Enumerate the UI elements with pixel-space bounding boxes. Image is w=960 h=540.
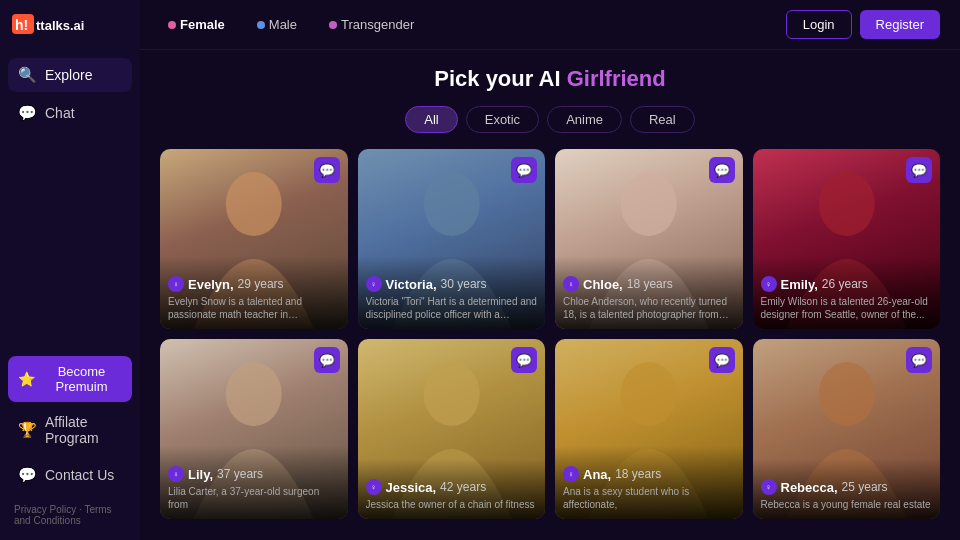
login-button[interactable]: Login [786, 10, 852, 39]
card-age-6: 42 years [440, 480, 486, 494]
logo: h! ttalks.ai [8, 10, 132, 42]
card-avatar-dot-7: ♀ [563, 466, 579, 482]
card-info-3: ♀ Chloe, 18 years Chloe Anderson, who re… [555, 256, 743, 329]
become-premium-button[interactable]: ⭐ Become Premuim [8, 356, 132, 402]
cat-tab-anime[interactable]: Anime [547, 106, 622, 133]
card-chat-icon-6[interactable]: 💬 [511, 347, 537, 373]
sidebar-item-contact-label: Contact Us [45, 467, 114, 483]
cat-tab-exotic[interactable]: Exotic [466, 106, 539, 133]
card-desc-1: Evelyn Snow is a talented and passionate… [168, 295, 340, 321]
card-name-8: Rebecca, [781, 480, 838, 495]
gender-male-button[interactable]: Male [249, 13, 305, 36]
card-3[interactable]: 💬 ♀ Chloe, 18 years Chloe Anderson, who … [555, 149, 743, 329]
sidebar-item-explore-label: Explore [45, 67, 92, 83]
card-desc-4: Emily Wilson is a talented 26-year-old d… [761, 295, 933, 321]
male-dot [257, 21, 265, 29]
explore-icon: 🔍 [18, 66, 37, 84]
sidebar-item-affiliate-label: Affilate Program [45, 414, 122, 446]
card-chat-icon-7[interactable]: 💬 [709, 347, 735, 373]
card-name-line-3: ♀ Chloe, 18 years [563, 276, 735, 292]
top-nav: Female Male Transgender Login Register [140, 0, 960, 50]
gender-female-button[interactable]: Female [160, 13, 233, 36]
cards-grid: 💬 ♀ Evelyn, 29 years Evelyn Snow is a ta… [160, 149, 940, 519]
card-4[interactable]: 💬 ♀ Emily, 26 years Emily Wilson is a ta… [753, 149, 941, 329]
card-name-line-2: ♀ Victoria, 30 years [366, 276, 538, 292]
card-desc-7: Ana is a sexy student who is affectionat… [563, 485, 735, 511]
card-age-2: 30 years [441, 277, 487, 291]
become-premium-label: Become Premuim [41, 364, 122, 394]
sidebar-item-chat[interactable]: 💬 Chat [8, 96, 132, 130]
svg-point-3 [226, 172, 282, 236]
card-name-line-5: ♀ Lily, 37 years [168, 466, 340, 482]
cat-tab-real[interactable]: Real [630, 106, 695, 133]
card-avatar-dot-3: ♀ [563, 276, 579, 292]
card-chat-icon-8[interactable]: 💬 [906, 347, 932, 373]
privacy-text: Privacy Policy · Terms and Conditions [8, 500, 132, 530]
category-tabs: All Exotic Anime Real [160, 106, 940, 133]
card-5[interactable]: 💬 ♀ Lily, 37 years Lilia Carter, a 37-ye… [160, 339, 348, 519]
card-name-1: Evelyn, [188, 277, 234, 292]
sidebar: h! ttalks.ai 🔍 Explore 💬 Chat ⭐ Become P… [0, 0, 140, 540]
card-chat-icon-5[interactable]: 💬 [314, 347, 340, 373]
main-content: Female Male Transgender Login Register P… [140, 0, 960, 540]
sidebar-item-chat-label: Chat [45, 105, 75, 121]
svg-text:h!: h! [15, 17, 28, 33]
card-desc-3: Chloe Anderson, who recently turned 18, … [563, 295, 735, 321]
card-2[interactable]: 💬 ♀ Victoria, 30 years Victoria "Tori" H… [358, 149, 546, 329]
card-chat-icon-4[interactable]: 💬 [906, 157, 932, 183]
card-avatar-dot-2: ♀ [366, 276, 382, 292]
card-name-2: Victoria, [386, 277, 437, 292]
trans-dot [329, 21, 337, 29]
card-desc-8: Rebecca is a young female real estate [761, 498, 933, 511]
card-chat-icon-2[interactable]: 💬 [511, 157, 537, 183]
sidebar-bottom: ⭐ Become Premuim 🏆 Affilate Program 💬 Co… [8, 356, 132, 530]
card-desc-5: Lilia Carter, a 37-year-old surgeon from [168, 485, 340, 511]
chat-icon: 💬 [18, 104, 37, 122]
premium-icon: ⭐ [18, 371, 35, 387]
female-dot [168, 21, 176, 29]
sidebar-item-affiliate[interactable]: 🏆 Affilate Program [8, 406, 132, 454]
gender-trans-button[interactable]: Transgender [321, 13, 422, 36]
card-age-7: 18 years [615, 467, 661, 481]
card-name-line-8: ♀ Rebecca, 25 years [761, 479, 933, 495]
card-avatar-dot-6: ♀ [366, 479, 382, 495]
svg-point-9 [621, 362, 677, 426]
sidebar-item-explore[interactable]: 🔍 Explore [8, 58, 132, 92]
card-name-3: Chloe, [583, 277, 623, 292]
card-avatar-dot-5: ♀ [168, 466, 184, 482]
card-age-3: 18 years [627, 277, 673, 291]
card-8[interactable]: 💬 ♀ Rebecca, 25 years Rebecca is a young… [753, 339, 941, 519]
card-desc-6: Jessica the owner of a chain of fitness [366, 498, 538, 511]
card-name-5: Lily, [188, 467, 213, 482]
register-button[interactable]: Register [860, 10, 940, 39]
gender-filter: Female Male Transgender [160, 13, 766, 36]
card-7[interactable]: 💬 ♀ Ana, 18 years Ana is a sexy student … [555, 339, 743, 519]
svg-text:ttalks.ai: ttalks.ai [36, 18, 84, 33]
card-chat-icon-3[interactable]: 💬 [709, 157, 735, 183]
card-info-5: ♀ Lily, 37 years Lilia Carter, a 37-year… [160, 446, 348, 519]
card-name-7: Ana, [583, 467, 611, 482]
card-age-1: 29 years [238, 277, 284, 291]
cat-tab-all[interactable]: All [405, 106, 457, 133]
card-desc-2: Victoria "Tori" Hart is a determined and… [366, 295, 538, 321]
card-info-6: ♀ Jessica, 42 years Jessica the owner of… [358, 459, 546, 519]
svg-point-4 [423, 172, 479, 236]
page-title: Pick your AI Girlfriend [160, 66, 940, 92]
card-name-line-1: ♀ Evelyn, 29 years [168, 276, 340, 292]
card-info-2: ♀ Victoria, 30 years Victoria "Tori" Har… [358, 256, 546, 329]
card-age-8: 25 years [842, 480, 888, 494]
card-1[interactable]: 💬 ♀ Evelyn, 29 years Evelyn Snow is a ta… [160, 149, 348, 329]
card-info-4: ♀ Emily, 26 years Emily Wilson is a tale… [753, 256, 941, 329]
card-avatar-dot-4: ♀ [761, 276, 777, 292]
sidebar-item-contact[interactable]: 💬 Contact Us [8, 458, 132, 492]
card-name-line-7: ♀ Ana, 18 years [563, 466, 735, 482]
card-avatar-dot-8: ♀ [761, 479, 777, 495]
card-name-6: Jessica, [386, 480, 437, 495]
card-info-1: ♀ Evelyn, 29 years Evelyn Snow is a tale… [160, 256, 348, 329]
affiliate-icon: 🏆 [18, 421, 37, 439]
card-chat-icon-1[interactable]: 💬 [314, 157, 340, 183]
svg-point-10 [818, 362, 874, 426]
card-6[interactable]: 💬 ♀ Jessica, 42 years Jessica the owner … [358, 339, 546, 519]
content-area: Pick your AI Girlfriend All Exotic Anime… [140, 50, 960, 540]
contact-icon: 💬 [18, 466, 37, 484]
